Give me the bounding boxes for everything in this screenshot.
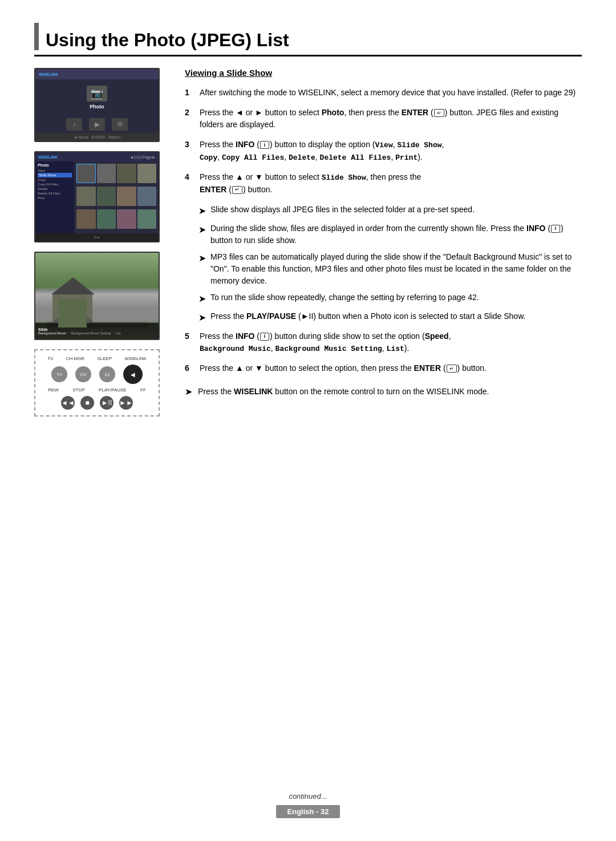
step-4-bullets: ➤ Slide show displays all JPEG files in … bbox=[198, 204, 582, 325]
remote-inner: TV CH.MGR SLEEP WISELINK TV CH Zz ◀ REW … bbox=[41, 356, 153, 410]
screen1-logo: WISELINK bbox=[39, 72, 58, 76]
thumb-4 bbox=[137, 164, 157, 183]
remote-wiselink-btn[interactable]: ◀ bbox=[123, 365, 143, 384]
remote-ff-btn[interactable]: ►► bbox=[119, 396, 133, 410]
thumb-8 bbox=[137, 187, 157, 206]
left-column: WISELINK 📷 Photo ♪ ▶ ⚙ ◄ Move ENTER Retu… bbox=[34, 68, 171, 417]
remote-buttons-row: TV CH Zz ◀ bbox=[51, 365, 143, 384]
remote-tv-btn[interactable]: TV bbox=[51, 366, 67, 382]
screen3-menu-items: Background Music Background Music Settin… bbox=[38, 331, 156, 335]
bullet-5: ➤ Press the PLAY/PAUSE (►II) button when… bbox=[198, 310, 582, 325]
remote-sleep-btn[interactable]: Zz bbox=[99, 366, 115, 382]
screen2-sidebar: Photo View Slide Show Copy Copy All File… bbox=[35, 161, 74, 233]
main-content: WISELINK 📷 Photo ♪ ▶ ⚙ ◄ Move ENTER Retu… bbox=[34, 68, 582, 417]
screen2-nav: Exit bbox=[94, 236, 100, 239]
screen2-bottom: Exit bbox=[35, 233, 159, 241]
page-number-badge: English - 32 bbox=[276, 805, 341, 818]
screen1-center: 📷 Photo bbox=[35, 79, 159, 116]
remote-transport-row: ◄◄ ■ ►II ►► bbox=[61, 396, 133, 410]
screen1-bottom: ◄ Move ENTER Return bbox=[35, 133, 159, 141]
screen1-photo-icon: 📷 bbox=[87, 86, 107, 102]
steps-list: 1 After switching the mode to WISELINK, … bbox=[185, 87, 582, 374]
wiselink-note-content: Press the WISELINK button on the remote … bbox=[198, 386, 489, 398]
continued-text: continued... bbox=[289, 792, 327, 800]
right-column: Viewing a Slide Show 1 After switching t… bbox=[185, 68, 582, 417]
step-3: 3 Press the INFO (i) button to display t… bbox=[185, 139, 582, 163]
sidebar-item-slideshow: Slide Show bbox=[38, 173, 72, 177]
screen3-menu-list: List bbox=[115, 331, 120, 335]
remote-rew-btn[interactable]: ◄◄ bbox=[61, 396, 75, 410]
screen1-topbar: WISELINK bbox=[35, 69, 159, 79]
section-heading: Viewing a Slide Show bbox=[185, 68, 582, 78]
bullet-3: ➤ MP3 files can be automatically played … bbox=[198, 251, 582, 287]
thumb-5 bbox=[76, 187, 96, 206]
screen2-main: Photo View Slide Show Copy Copy All File… bbox=[35, 161, 159, 233]
bullet-arrow-4: ➤ bbox=[198, 292, 206, 306]
screen1-inner: WISELINK 📷 Photo ♪ ▶ ⚙ ◄ Move ENTER Retu… bbox=[35, 69, 159, 141]
sidebar-item-deleteall: Delete All Files bbox=[38, 191, 72, 196]
header-bar bbox=[34, 23, 39, 50]
remote-label-wiselink: WISELINK bbox=[125, 356, 147, 361]
bullet-4-content: To run the slide show repeatedly, change… bbox=[210, 292, 479, 306]
sidebar-item-view: View bbox=[38, 168, 72, 173]
sidebar-item-print: Print bbox=[38, 196, 72, 200]
screen1-icons-row: ♪ ▶ ⚙ bbox=[35, 116, 159, 133]
step-6-content: Press the ▲ or ▼ button to select the op… bbox=[200, 362, 487, 374]
screen1-setup-icon: ⚙ bbox=[112, 118, 128, 131]
step-1: 1 After switching the mode to WISELINK, … bbox=[185, 87, 582, 99]
remote-stop-btn[interactable]: ■ bbox=[80, 396, 94, 410]
screen2-inner: WISELINK ◄1/13 Page► Photo View Slide Sh… bbox=[35, 152, 159, 241]
bullet-1-content: Slide show displays all JPEG files in th… bbox=[210, 204, 475, 218]
wiselink-arrow-icon: ➤ bbox=[185, 386, 192, 398]
thumb-6 bbox=[97, 187, 116, 206]
screen3-menu-bg-music: Background Music bbox=[38, 331, 66, 335]
info-icon-3: i bbox=[260, 141, 269, 149]
wiselink-note: ➤ Press the WISELINK button on the remot… bbox=[185, 386, 582, 398]
sidebar-item-delete: Delete bbox=[38, 187, 72, 191]
screen3-filename: Slide bbox=[38, 327, 156, 331]
step-1-number: 1 bbox=[185, 87, 194, 99]
remote-label-sleep: SLEEP bbox=[97, 356, 112, 361]
step-5-number: 5 bbox=[185, 330, 194, 355]
bullet-2-content: During the slide show, files are display… bbox=[210, 223, 582, 246]
screen1-photo-label: Photo bbox=[90, 104, 104, 110]
page-header: Using the Photo (JPEG) List bbox=[34, 23, 582, 56]
thumb-3 bbox=[117, 164, 136, 183]
sidebar-item-copy: Copy bbox=[38, 177, 72, 182]
remote-transport-labels: REW STOP PLAY/PAUSE FF bbox=[41, 387, 153, 393]
step-6-number: 6 bbox=[185, 362, 194, 374]
remote-playpause-btn[interactable]: ►II bbox=[100, 396, 114, 410]
screen2-logo: WISELINK bbox=[38, 155, 58, 159]
screen1-nav: ◄ Move ENTER Return bbox=[74, 135, 120, 139]
info-icon-5: i bbox=[260, 333, 269, 341]
screen-mockup-2: WISELINK ◄1/13 Page► Photo View Slide Sh… bbox=[34, 151, 160, 242]
step-2-number: 2 bbox=[185, 107, 194, 131]
thumb-1 bbox=[76, 164, 96, 183]
bullet-arrow-5: ➤ bbox=[198, 311, 206, 325]
screen3-bottom-overlay: Slide Background Music Background Music … bbox=[35, 323, 159, 339]
thumb-9 bbox=[76, 209, 96, 229]
remote-label-tv: TV bbox=[47, 356, 53, 361]
screen2-grid bbox=[74, 161, 159, 233]
bullet-2: ➤ During the slide show, files are displ… bbox=[198, 223, 582, 246]
bullet-arrow-3: ➤ bbox=[198, 252, 206, 287]
step-3-number: 3 bbox=[185, 139, 194, 163]
remote-chmgr-btn[interactable]: CH bbox=[75, 366, 91, 382]
remote-label-rew: REW bbox=[48, 387, 59, 393]
step-6: 6 Press the ▲ or ▼ button to select the … bbox=[185, 362, 582, 374]
sidebar-item-copyall: Copy All Files bbox=[38, 182, 72, 187]
thumb-2 bbox=[97, 164, 116, 183]
remote-label-ff: FF bbox=[140, 387, 146, 393]
thumb-10 bbox=[97, 209, 116, 229]
bullet-arrow-1: ➤ bbox=[198, 204, 206, 218]
enter-icon-6: ↵ bbox=[447, 365, 457, 373]
step-1-content: After switching the mode to WISELINK, se… bbox=[200, 87, 576, 99]
page-container: Using the Photo (JPEG) List WISELINK 📷 P… bbox=[0, 0, 616, 841]
step-3-content: Press the INFO (i) button to display the… bbox=[200, 139, 444, 163]
thumb-12 bbox=[137, 209, 157, 229]
screen1-music-icon: ♪ bbox=[66, 118, 82, 131]
remote-mockup: TV CH.MGR SLEEP WISELINK TV CH Zz ◀ REW … bbox=[34, 349, 160, 417]
bullet-3-content: MP3 files can be automatically played du… bbox=[210, 251, 582, 287]
step-5: 5 Press the INFO (i) button during slide… bbox=[185, 330, 582, 355]
enter-icon-2: ↵ bbox=[434, 109, 444, 117]
